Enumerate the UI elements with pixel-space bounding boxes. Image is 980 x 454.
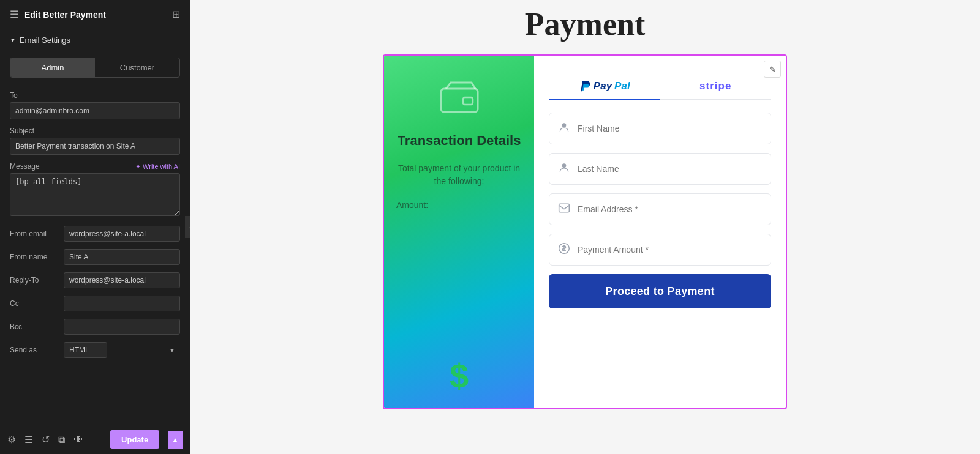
last-name-input[interactable] [578, 164, 762, 174]
cc-label: Cc [10, 299, 59, 308]
stripe-logo: stripe [699, 80, 731, 92]
dollar-icon [558, 242, 570, 258]
from-name-row: From name [10, 249, 180, 265]
payment-amount-input[interactable] [578, 245, 762, 255]
widget-edit-button[interactable]: ✎ [764, 61, 781, 78]
wallet-icon [440, 80, 479, 120]
preview-icon[interactable]: 👁 [74, 434, 83, 445]
chevron-up-button[interactable]: ▲ [168, 431, 183, 449]
settings-icon[interactable]: ⚙ [7, 434, 16, 445]
email-settings-label: Email Settings [20, 35, 70, 45]
tab-admin[interactable]: Admin [10, 58, 95, 77]
sidebar: ☰ Edit Better Payment ⊞ ▼ Email Settings… [0, 0, 190, 454]
dollar-sign-large: $ [450, 356, 469, 396]
svg-rect-4 [559, 204, 570, 212]
update-button[interactable]: Update [110, 430, 159, 449]
subject-input[interactable] [10, 138, 180, 155]
payment-widget: ✎ Transaction Details Total payment of y… [383, 54, 787, 409]
email-settings-header: ▼ Email Settings [0, 29, 190, 51]
email-input[interactable] [578, 204, 762, 214]
form-section: To Subject Message ✦ Write with AI [bp-a… [0, 84, 190, 425]
tab-customer[interactable]: Customer [95, 58, 179, 77]
message-row: Message ✦ Write with AI [10, 162, 180, 171]
bcc-input[interactable] [64, 319, 180, 335]
paypal-text2: Pal [614, 80, 630, 92]
payment-amount-field [549, 234, 771, 266]
message-textarea[interactable]: [bp-all-fields] [10, 173, 180, 216]
sidebar-title: Edit Better Payment [24, 10, 106, 20]
send-as-select-wrapper: HTML Plain Text ▼ [64, 342, 180, 358]
page-title: Payment [525, 6, 645, 42]
send-as-row: Send as HTML Plain Text ▼ [10, 342, 180, 358]
cc-input[interactable] [64, 296, 180, 311]
collapse-handle[interactable]: ‹ [185, 216, 190, 238]
tab-row: Admin Customer [10, 58, 180, 78]
duplicate-icon[interactable]: ⧉ [58, 434, 65, 445]
main-content: Payment + ⠿ × ✎ Transaction Details Tota… [190, 0, 980, 454]
arrow-icon: ▼ [10, 37, 16, 43]
green-panel: Transaction Details Total payment of you… [384, 56, 534, 408]
sidebar-header: ☰ Edit Better Payment ⊞ [0, 0, 190, 29]
to-input[interactable] [10, 102, 180, 119]
sidebar-bottom-toolbar: ⚙ ☰ ↺ ⧉ 👁 Update ▲ [0, 425, 190, 454]
from-email-label: From email [10, 229, 59, 238]
transaction-title: Transaction Details [398, 132, 521, 150]
from-name-input[interactable] [64, 249, 180, 265]
sidebar-header-left: ☰ Edit Better Payment [10, 9, 106, 20]
from-email-input[interactable] [64, 226, 180, 242]
select-arrow-icon: ▼ [169, 347, 175, 354]
amount-label: Amount: [396, 200, 428, 210]
write-ai-button[interactable]: ✦ Write with AI [135, 163, 180, 171]
subject-label: Subject [10, 127, 180, 135]
cc-row: Cc [10, 296, 180, 311]
svg-point-2 [562, 123, 567, 127]
person-icon-2 [558, 162, 570, 177]
white-panel: PayPal stripe [534, 56, 786, 408]
hamburger-icon[interactable]: ☰ [10, 9, 18, 20]
bcc-label: Bcc [10, 322, 59, 331]
history-icon[interactable]: ↺ [42, 434, 50, 445]
from-name-label: From name [10, 253, 59, 261]
to-label: To [10, 91, 180, 100]
proceed-to-payment-button[interactable]: Proceed to Payment [549, 274, 771, 308]
last-name-field [549, 153, 771, 185]
reply-to-input[interactable] [64, 272, 180, 288]
paypal-tab[interactable]: PayPal [549, 74, 660, 100]
send-as-select[interactable]: HTML Plain Text [64, 342, 107, 358]
payment-methods-tabs: PayPal stripe [549, 74, 771, 100]
person-icon-1 [558, 121, 570, 136]
from-email-row: From email [10, 226, 180, 242]
stripe-tab[interactable]: stripe [660, 74, 772, 100]
first-name-input[interactable] [578, 124, 762, 133]
layers-icon[interactable]: ☰ [24, 434, 33, 445]
paypal-logo: PayPal [579, 80, 630, 92]
reply-to-row: Reply-To [10, 272, 180, 288]
paypal-text: Pay [594, 80, 612, 92]
svg-point-3 [562, 163, 567, 168]
message-label: Message [10, 162, 40, 171]
first-name-field [549, 113, 771, 144]
transaction-description: Total payment of your product in the fol… [396, 162, 522, 188]
email-icon [558, 202, 570, 217]
email-field [549, 193, 771, 225]
svg-rect-1 [463, 97, 473, 105]
bcc-row: Bcc [10, 319, 180, 335]
send-as-label: Send as [10, 346, 59, 354]
reply-to-label: Reply-To [10, 276, 59, 285]
grid-icon[interactable]: ⊞ [172, 9, 180, 20]
